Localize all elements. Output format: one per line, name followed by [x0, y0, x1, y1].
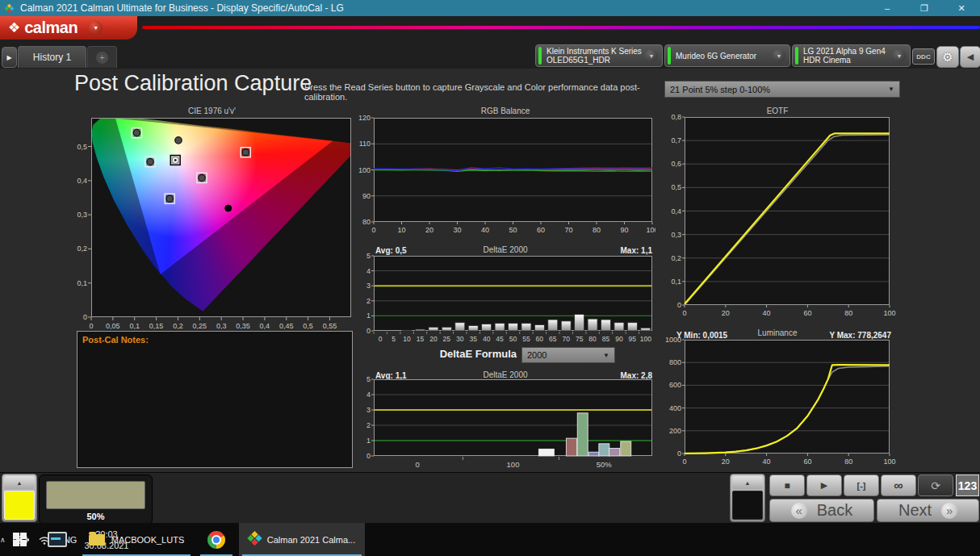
device-name: Murideo 6G Generator	[676, 52, 756, 61]
black-color-swatch[interactable]	[732, 491, 763, 520]
svg-text:400: 400	[669, 404, 681, 412]
svg-text:40: 40	[481, 226, 489, 234]
start-button[interactable]	[0, 523, 39, 556]
yellow-color-swatch[interactable]	[4, 491, 35, 520]
svg-text:0: 0	[416, 460, 420, 468]
svg-text:0: 0	[83, 313, 87, 321]
read-single-button[interactable]: [-]	[844, 474, 879, 496]
close-button[interactable]: ✕	[943, 0, 980, 16]
taskbar-item-calman[interactable]: Calman 2021 Calma...	[239, 523, 365, 556]
arrow-left-icon: ◀	[967, 52, 974, 62]
svg-text:4: 4	[366, 391, 371, 399]
meter-device-button[interactable]: Klein Instruments K Series OLED65G1_HDR …	[535, 44, 663, 67]
svg-text:5: 5	[366, 252, 371, 260]
back-button[interactable]: « Back	[769, 499, 874, 522]
settings-button[interactable]: ⚙	[936, 46, 959, 68]
svg-text:95: 95	[629, 335, 637, 343]
svg-text:0,7: 0,7	[671, 136, 681, 144]
svg-text:110: 110	[359, 140, 371, 148]
svg-text:0,45: 0,45	[279, 322, 294, 329]
taskbar-item-folder[interactable]: MACBOOK_LUTS	[79, 523, 194, 556]
svg-text:40: 40	[763, 458, 771, 466]
svg-text:5: 5	[392, 335, 396, 343]
generator-device-button[interactable]: Murideo 6G Generator ▼	[664, 44, 790, 67]
svg-text:0: 0	[677, 301, 681, 309]
taskbar-app-monitor[interactable]	[39, 523, 76, 556]
expand-up-button[interactable]: ▲	[4, 476, 35, 489]
device-mode: OLED65G1_HDR	[547, 56, 642, 65]
sync-button[interactable]: ⟳	[918, 474, 953, 496]
point-count-select[interactable]: 21 Point 5% step 0-100% ▼	[664, 81, 900, 98]
chevron-down-icon: ▼	[893, 49, 906, 62]
display-device-button[interactable]: LG 2021 Alpha 9 Gen4 HDR Cinema ▼	[792, 44, 911, 67]
deltae-grayscale-canvas: 0123450510152025303540455055606570758085…	[355, 245, 655, 345]
svg-text:70: 70	[562, 335, 570, 343]
back-arrow-icon: «	[791, 503, 807, 519]
svg-text:70: 70	[564, 226, 572, 234]
svg-text:600: 600	[669, 381, 681, 389]
read-series-button[interactable]: ▶	[806, 474, 842, 496]
next-arrow-icon: »	[941, 503, 957, 519]
svg-text:0,5: 0,5	[77, 143, 87, 151]
play-icon: ▶	[821, 480, 827, 491]
svg-text:200: 200	[669, 427, 681, 435]
svg-text:60: 60	[803, 309, 811, 317]
svg-text:100: 100	[507, 460, 520, 468]
svg-text:10: 10	[397, 226, 405, 234]
post-cal-notes-label: Post-Cal Notes:	[77, 332, 352, 348]
next-button[interactable]: Next »	[877, 499, 979, 522]
deltae-grayscale-chart: Avg: 0,5 DeltaE 2000 Max: 1,1 0123450510…	[355, 245, 655, 345]
svg-text:0: 0	[682, 458, 686, 466]
minimize-button[interactable]: –	[869, 0, 906, 16]
ddc-button[interactable]: DDC	[912, 48, 935, 65]
svg-text:85: 85	[602, 335, 610, 343]
restore-button[interactable]: ❐	[906, 0, 943, 16]
point-count-value: 21 Point 5% step 0-100%	[670, 85, 770, 94]
svg-text:80: 80	[844, 309, 852, 317]
svg-text:0,4: 0,4	[260, 322, 270, 329]
taskbar-calman-label: Calman 2021 Calma...	[267, 535, 355, 545]
collapse-panel-button[interactable]: ◀	[960, 46, 980, 68]
stop-button[interactable]: ■	[769, 474, 805, 496]
svg-text:50: 50	[509, 226, 517, 234]
svg-text:0: 0	[366, 327, 371, 335]
svg-text:0,35: 0,35	[236, 322, 250, 329]
svg-text:0,25: 0,25	[193, 322, 207, 329]
svg-text:0,5: 0,5	[671, 183, 681, 191]
svg-text:100: 100	[358, 166, 371, 174]
svg-text:40: 40	[483, 335, 491, 343]
page-title: Post Calibration Capture	[74, 71, 312, 96]
svg-text:20: 20	[722, 309, 730, 317]
chevron-down-icon: ▼	[888, 86, 894, 93]
svg-text:1: 1	[366, 311, 371, 320]
svg-text:60: 60	[536, 335, 544, 343]
chevron-down-icon: ▼	[89, 21, 103, 35]
taskbar-item-chrome[interactable]	[197, 523, 236, 556]
chrome-icon	[207, 531, 225, 549]
svg-text:1: 1	[366, 437, 371, 445]
calman-logo-text: calman	[24, 19, 77, 37]
history-nav-arrow-button[interactable]: ▶	[2, 47, 17, 68]
device-mode: HDR Cinema	[803, 56, 886, 65]
chevron-up-icon: ▲	[17, 480, 23, 486]
tab-history-1[interactable]: History 1	[18, 46, 86, 68]
play-icon: ▶	[6, 54, 11, 61]
post-cal-notes-field[interactable]: Post-Cal Notes:	[77, 331, 353, 468]
svg-text:100: 100	[640, 335, 651, 343]
device-name: LG 2021 Alpha 9 Gen4	[803, 47, 886, 56]
calman-app: { "window": {"title": "Calman 2021 Calma…	[0, 0, 980, 556]
expand-up-button[interactable]: ▲	[732, 476, 763, 489]
read-continuous-button[interactable]: ∞	[881, 474, 916, 496]
svg-text:0,2: 0,2	[173, 322, 183, 329]
pattern-number-display[interactable]: 123	[956, 474, 979, 496]
svg-text:100: 100	[883, 309, 895, 317]
svg-text:0: 0	[677, 449, 681, 458]
svg-text:20: 20	[425, 226, 433, 234]
deltae-formula-select[interactable]: 2000 ▼	[521, 347, 615, 363]
tab-add-button[interactable]: +	[87, 46, 117, 68]
deltae-formula-label: DeltaE Formula	[355, 348, 517, 360]
calman-menu-button[interactable]: ❖ calman ▼	[0, 16, 137, 40]
svg-text:0: 0	[371, 226, 375, 234]
svg-text:0,2: 0,2	[671, 254, 681, 262]
patch-preview-window: 50%	[39, 474, 153, 525]
